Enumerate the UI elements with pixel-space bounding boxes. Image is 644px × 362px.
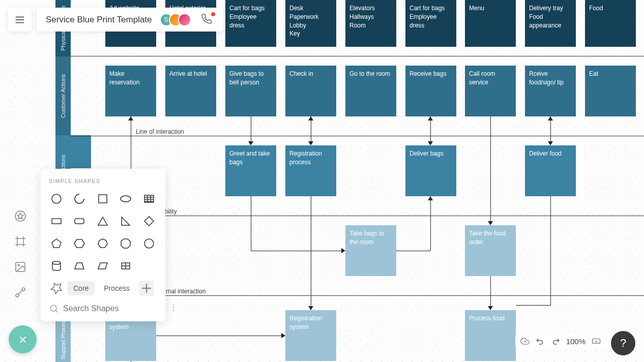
box-backstage-take-order[interactable]: Take the food order — [465, 225, 516, 276]
question-mark-icon: ? — [620, 337, 626, 350]
notification-dot-icon — [211, 12, 215, 16]
svg-point-32 — [173, 305, 174, 306]
shape-cylinder[interactable] — [49, 258, 64, 274]
shape-diamond[interactable] — [141, 214, 157, 229]
add-tab-button[interactable] — [139, 281, 154, 296]
box-customer-2[interactable]: Give bags to bell person — [225, 66, 276, 116]
shape-table[interactable] — [141, 191, 157, 206]
arrow-line — [490, 276, 491, 306]
box-customer-7[interactable]: Rceive food/sign/ tip — [525, 66, 576, 116]
arrow-up-icon — [428, 116, 433, 120]
undo-icon[interactable] — [536, 337, 545, 346]
connector-tool-button[interactable] — [13, 285, 28, 300]
shape-ellipse[interactable] — [118, 191, 133, 206]
tab-process[interactable]: Process — [98, 281, 136, 295]
shape-square[interactable] — [95, 191, 110, 206]
shape-grid[interactable] — [118, 258, 133, 274]
svg-point-33 — [173, 307, 174, 308]
frame-icon — [14, 235, 26, 248]
arrow-down-icon — [548, 141, 553, 145]
redo-icon[interactable] — [551, 337, 560, 346]
svg-rect-37 — [593, 339, 600, 344]
shapes-tool-button[interactable] — [13, 208, 28, 224]
arrow-down-icon — [308, 306, 313, 310]
shape-decagon[interactable] — [141, 236, 157, 251]
frame-tool-button[interactable] — [13, 234, 28, 249]
box-physical-2[interactable]: Cart for bagsEmployee dress — [225, 0, 276, 47]
arrow-right-icon — [281, 333, 285, 338]
box-onstage-registration[interactable]: Registration process — [285, 145, 336, 196]
pin-icon — [49, 281, 64, 296]
box-onstage-greet[interactable]: Greet and take bags — [225, 145, 276, 196]
shapes-panel-title: SIMPLE SHAPES — [49, 178, 157, 184]
arrow-up-icon — [428, 196, 433, 200]
call-button[interactable] — [201, 13, 214, 26]
shape-heptagon[interactable] — [95, 236, 110, 251]
avatar[interactable] — [178, 13, 191, 26]
box-physical-5[interactable]: Cart for bagsEmployee dress — [405, 0, 456, 47]
box-customer-6[interactable]: Call room service — [465, 66, 516, 116]
arrow-down-icon — [428, 141, 433, 145]
arrow-line — [251, 251, 341, 251]
arrow-up-icon — [548, 116, 553, 120]
box-customer-1[interactable]: Arrive at hotel — [165, 66, 216, 116]
box-physical-6[interactable]: Menu — [465, 0, 516, 47]
box-backstage-take-bags[interactable]: Take bags to the room — [345, 225, 396, 276]
shapes-tabs: Core Process — [49, 281, 157, 296]
box-customer-0[interactable]: Make reservation — [105, 66, 156, 116]
pin-button[interactable] — [49, 281, 64, 296]
search-icon — [49, 304, 59, 314]
help-button[interactable]: ? — [611, 331, 635, 355]
shape-arc[interactable] — [72, 191, 87, 206]
box-physical-3[interactable]: DeskPaperworkLobbyKey — [285, 0, 336, 47]
box-onstage-deliver-food[interactable]: Deliver food — [525, 145, 576, 196]
shapes-search-menu-button[interactable] — [169, 303, 178, 314]
cloud-sync-icon[interactable] — [520, 337, 530, 346]
lane-onstage-body — [71, 135, 91, 168]
shape-rounded-rectangle[interactable] — [72, 214, 87, 229]
shape-circle[interactable] — [49, 191, 64, 206]
shape-pentagon[interactable] — [49, 236, 64, 251]
arrow-line — [156, 336, 281, 336]
box-support-process-food[interactable]: Process food — [465, 310, 516, 361]
document-title[interactable]: Service Blue Print Template — [46, 15, 152, 25]
left-toolbar — [13, 208, 28, 300]
shape-parallelogram[interactable] — [95, 258, 110, 274]
svg-point-30 — [50, 305, 56, 311]
shapes-panel: SIMPLE SHAPES Core Process — [41, 169, 165, 321]
divider-top — [71, 56, 644, 56]
shape-triangle[interactable] — [95, 214, 110, 229]
box-customer-4[interactable]: Go to the room — [345, 66, 396, 116]
svg-line-31 — [56, 311, 58, 313]
box-physical-8[interactable]: Food — [585, 0, 636, 47]
shape-rectangle[interactable] — [49, 214, 64, 229]
keyboard-icon[interactable] — [592, 337, 601, 346]
arrow-line — [516, 305, 550, 306]
box-customer-8[interactable]: Eat — [585, 66, 636, 116]
close-panel-button[interactable] — [9, 325, 37, 353]
box-support-registration[interactable]: Registration system — [285, 310, 336, 361]
shape-octagon[interactable] — [118, 236, 133, 251]
box-physical-7[interactable]: Delivery trayFood appearance — [525, 0, 576, 47]
hamburger-icon — [14, 14, 25, 25]
shape-trapezoid[interactable] — [72, 258, 87, 274]
box-customer-5[interactable]: Receive bags — [405, 66, 456, 116]
box-physical-4[interactable]: ElevatorsHallwaysRoom — [345, 0, 396, 47]
collaborator-avatars[interactable]: S — [160, 13, 191, 26]
hamburger-menu-button[interactable] — [8, 8, 32, 32]
shape-right-triangle[interactable] — [118, 214, 133, 229]
image-tool-button[interactable] — [13, 259, 28, 275]
shapes-search-input[interactable] — [63, 304, 165, 313]
shapes-search-row — [49, 303, 157, 314]
tab-core[interactable]: Core — [67, 281, 95, 295]
plus-icon — [139, 281, 154, 296]
arrow-line — [490, 116, 491, 221]
zoom-level[interactable]: 100% — [566, 337, 586, 346]
box-customer-3[interactable]: Check in — [285, 66, 336, 116]
arrow-up-icon — [128, 116, 133, 120]
arrow-down-icon — [488, 306, 493, 310]
arrow-line — [430, 196, 431, 251]
box-onstage-deliver-bags[interactable]: Deliver bags — [405, 145, 456, 196]
shape-hexagon[interactable] — [72, 236, 87, 251]
arrow-line — [396, 251, 430, 251]
